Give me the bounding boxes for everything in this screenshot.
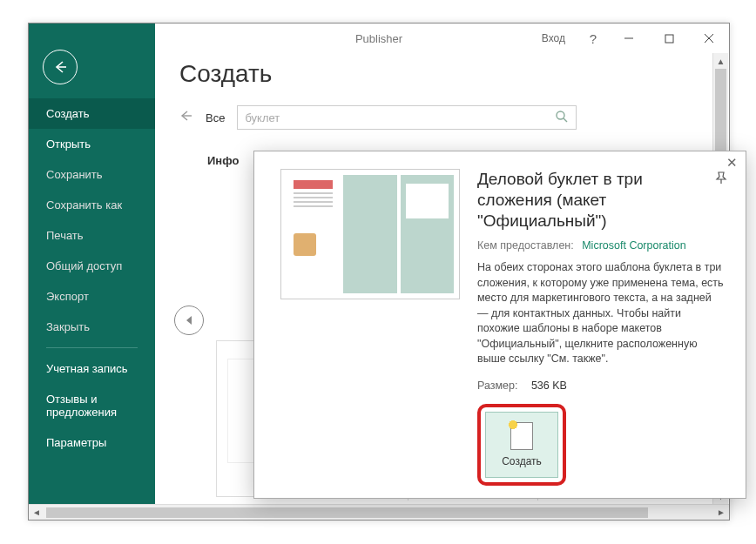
search-value: буклет [245,111,280,124]
sidebar-item-open[interactable]: Открыть [29,129,155,159]
size-label: Размер: [477,379,517,392]
minimize-icon [624,33,634,44]
backstage-sidebar: Создать Открыть Сохранить Сохранить как … [29,24,155,520]
horizontal-scrollbar[interactable]: ◄ ► [29,504,729,520]
pin-icon [714,171,728,185]
svg-rect-1 [665,35,673,43]
search-input[interactable]: буклет [237,105,577,130]
search-icon[interactable] [555,110,569,126]
sidebar-item-saveas[interactable]: Сохранить как [29,190,155,220]
close-window-button[interactable] [689,24,729,53]
provider-link[interactable]: Microsoft Corporation [582,239,686,252]
size-value: 536 KB [531,379,567,392]
scroll-right-button[interactable]: ► [713,505,729,520]
filter-all[interactable]: Все [206,111,225,124]
minimize-button[interactable] [609,24,649,53]
signin-link[interactable]: Вход [542,32,565,44]
scroll-thumb[interactable] [46,507,648,518]
back-button[interactable] [43,50,78,84]
app-window: Publisher Вход ? Создать О [28,23,730,520]
template-details-dialog: ✕ Деловой буклет в три сложения (макет "… [253,151,746,499]
arrow-left-icon [52,59,68,75]
sidebar-item-close[interactable]: Закрыть [29,312,155,342]
create-highlight: Создать [477,404,566,486]
sidebar-item-options[interactable]: Параметры [29,427,155,458]
sidebar-item-account[interactable]: Учетная запись [29,353,155,384]
sidebar-item-new[interactable]: Создать [29,98,155,129]
scroll-left-button[interactable]: ◄ [29,505,44,520]
sidebar-item-share[interactable]: Общий доступ [29,251,155,281]
template-preview [280,169,460,299]
svg-line-7 [564,118,567,122]
page-heading: Создать [155,53,728,91]
create-button[interactable]: Создать [485,412,558,478]
template-title: Деловой буклет в три сложения (макет "Оф… [477,169,725,231]
close-icon [704,33,714,44]
svg-point-6 [557,111,564,119]
pager-prev-button[interactable] [174,306,204,335]
dialog-close-button[interactable]: ✕ [723,155,740,172]
template-description: На обеих сторонах этого шаблона буклета … [477,260,725,367]
sidebar-separator [46,347,138,348]
sidebar-item-print[interactable]: Печать [29,220,155,251]
pin-button[interactable] [714,171,728,187]
create-label: Создать [502,455,542,467]
maximize-button[interactable] [649,24,689,53]
provided-label: Кем предоставлен: [477,239,574,252]
new-document-icon [510,422,533,450]
maximize-icon [665,34,674,44]
sidebar-item-feedback[interactable]: Отзывы и предложения [29,384,155,427]
arrow-left-icon [179,110,193,122]
sidebar-item-export[interactable]: Экспорт [29,281,155,312]
search-back-button[interactable] [179,110,193,125]
triangle-left-icon [184,314,194,326]
scroll-up-button[interactable]: ▲ [713,53,728,69]
help-button[interactable]: ? [577,31,609,46]
sidebar-item-save[interactable]: Сохранить [29,159,155,190]
